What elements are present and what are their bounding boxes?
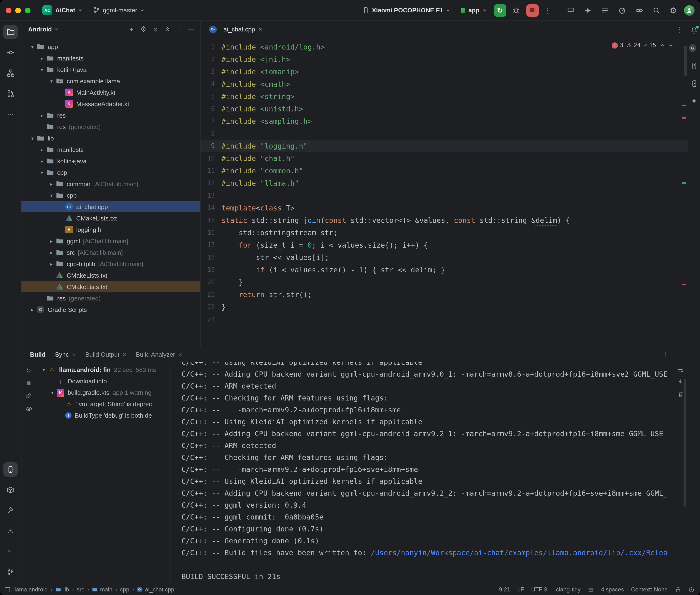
profiler-icon[interactable] [615,4,628,17]
line-number[interactable]: 8 [200,128,222,140]
more-tool-windows-icon[interactable]: ⋯ [3,107,18,121]
version-control-tool-icon[interactable] [3,565,18,579]
chevron-right-icon[interactable]: ▸ [47,261,56,266]
code-line[interactable]: 19 if (i < values.size() - 1) { str << d… [200,264,688,276]
emulator-icon[interactable] [689,79,699,88]
line-number[interactable]: 6 [200,103,222,115]
code-line[interactable]: 6#include <unistd.h> [200,103,688,115]
breadcrumb-item[interactable]: llama.android [5,586,48,593]
line-number[interactable]: 20 [200,276,222,289]
indent-selector[interactable]: 4 spaces [601,586,624,593]
panel-options-icon[interactable]: ⋮ [174,24,184,34]
expand-all-icon[interactable] [150,24,161,34]
breadcrumb-item[interactable]: src [77,586,84,593]
code-line[interactable]: 11#include "common.h" [200,165,688,177]
code-line[interactable]: 9#include "logging.h" [200,140,688,152]
chevron-right-icon[interactable]: ▸ [38,113,46,118]
tree-item[interactable]: ▾com.example.llama [22,75,200,87]
code-line[interactable]: 13 [200,190,688,202]
tree-item[interactable]: ▾app [22,41,200,52]
minimize-button[interactable] [15,7,21,13]
chevron-right-icon[interactable]: ▸ [38,55,46,61]
breadcrumb-item[interactable]: cpp [120,586,129,593]
code-line[interactable]: 14template<class T> [200,202,688,214]
tab-build-output[interactable]: Build Output× [85,351,126,358]
line-number[interactable]: 11 [200,165,222,177]
notifications-icon[interactable] [689,26,699,35]
encoding-selector[interactable]: UTF-8 [531,586,547,593]
tree-item[interactable]: ▸manifests [22,144,200,155]
run-config-selector[interactable]: app [457,5,490,16]
build-tree-item[interactable]: ▾⚠llama.android: fin22 sec, 583 ms [36,364,171,375]
branch-widget[interactable]: ggml-master [89,5,148,16]
code-line[interactable]: 4#include <cmath> [200,78,688,90]
editor-tab[interactable]: C+ ai_chat.cpp × [203,21,268,38]
project-widget[interactable]: AC AiChat [39,3,86,17]
code-line[interactable]: 17 for (size_t i = 0; i < values.size();… [200,239,688,251]
tree-item[interactable]: ▾cpp [22,167,200,178]
ok-stripe[interactable] [682,182,686,184]
hide-build-panel-icon[interactable]: — [675,350,682,358]
tree-item[interactable]: C+ai_chat.cpp [22,201,200,213]
stop-sync-icon[interactable] [26,380,31,386]
build-tool-icon[interactable] [3,503,18,517]
chevron-right-icon[interactable]: ▸ [38,147,46,152]
breadcrumb-item[interactable]: lib [55,586,69,593]
close-button[interactable] [6,7,11,13]
locate-file-icon[interactable] [138,24,149,34]
build-console[interactable]: C/C++: -- Using KleidiAI optimized kerne… [171,362,688,584]
debug-button[interactable] [510,4,522,17]
tree-item[interactable]: ▾lib [22,132,200,144]
tree-item[interactable]: res(generated) [22,292,200,304]
chevron-right-icon[interactable]: ▸ [38,158,46,164]
tree-item[interactable]: ▸kotlin+java [22,155,200,167]
device-selector[interactable]: Xiaomi POCOPHONE F1 [359,5,454,16]
tree-item[interactable]: ▸GGradle Scripts [22,304,200,315]
chevron-down-icon[interactable]: ▾ [47,193,56,198]
line-number[interactable]: 5 [200,90,222,103]
clang-tidy-widget[interactable]: .clang-tidy [555,586,581,593]
tree-item[interactable]: ▸cpp-httplib[AiChat.lib.main] [22,258,200,270]
filter-icon[interactable] [25,405,32,412]
tree-item[interactable]: CMakeLists.txt [22,213,200,224]
pull-requests-tool-icon[interactable] [3,86,18,101]
code-line[interactable]: 15static std::string join(const std::vec… [200,214,688,227]
chevron-down-icon[interactable]: ▾ [48,390,57,395]
build-title[interactable]: Build [30,351,46,358]
chevron-down-icon[interactable]: ▾ [39,367,48,372]
code-line[interactable]: 7#include <sampling.h> [200,115,688,128]
build-options-icon[interactable]: ⋮ [662,350,669,358]
code-line[interactable]: 16 std::ostringstream str; [200,227,688,239]
chevron-down-icon[interactable]: ▾ [38,67,46,72]
tree-item[interactable]: ▸res [22,110,200,121]
highlighting-level-icon[interactable] [688,587,694,593]
code-line[interactable]: 2#include <jni.h> [200,53,688,66]
chevron-down-icon[interactable]: ▾ [28,136,37,141]
code-line[interactable]: 10#include "chat.h" [200,152,688,165]
tree-item[interactable]: ▸ggml[AiChat.lib.main] [22,235,200,247]
tree-item[interactable]: Hlogging.h [22,224,200,235]
code-line[interactable]: 8 [200,128,688,140]
line-number[interactable]: 22 [200,301,222,313]
line-ending-selector[interactable]: LF [517,586,524,593]
line-number[interactable]: 23 [200,313,222,326]
line-number[interactable]: 7 [200,115,222,128]
editor-scrollbar[interactable] [684,46,687,76]
tree-item[interactable]: ▸src[AiChat.lib.main] [22,247,200,258]
structure-tool-icon[interactable] [3,66,18,80]
logcat-icon[interactable] [598,4,611,17]
build-tree-item[interactable]: iBuildType 'debug' is both de [36,410,171,421]
line-number[interactable]: 15 [200,214,222,227]
soft-wrap-icon[interactable] [677,366,684,373]
chevron-right-icon[interactable]: ▸ [47,181,56,187]
line-number[interactable]: 17 [200,239,222,251]
code-line[interactable]: 21 return str.str(); [200,289,688,301]
code-line[interactable]: 12#include "llama.h" [200,177,688,190]
problems-tool-icon[interactable]: ⚠ [3,523,18,538]
formatter-icon[interactable] [588,587,594,593]
chevron-down-icon[interactable]: ▾ [28,44,37,49]
tree-item[interactable]: CMakeLists.txt [22,281,200,292]
device-explorer-icon[interactable] [689,61,699,70]
line-number[interactable]: 3 [200,66,222,78]
chevron-right-icon[interactable]: ▸ [28,307,37,312]
